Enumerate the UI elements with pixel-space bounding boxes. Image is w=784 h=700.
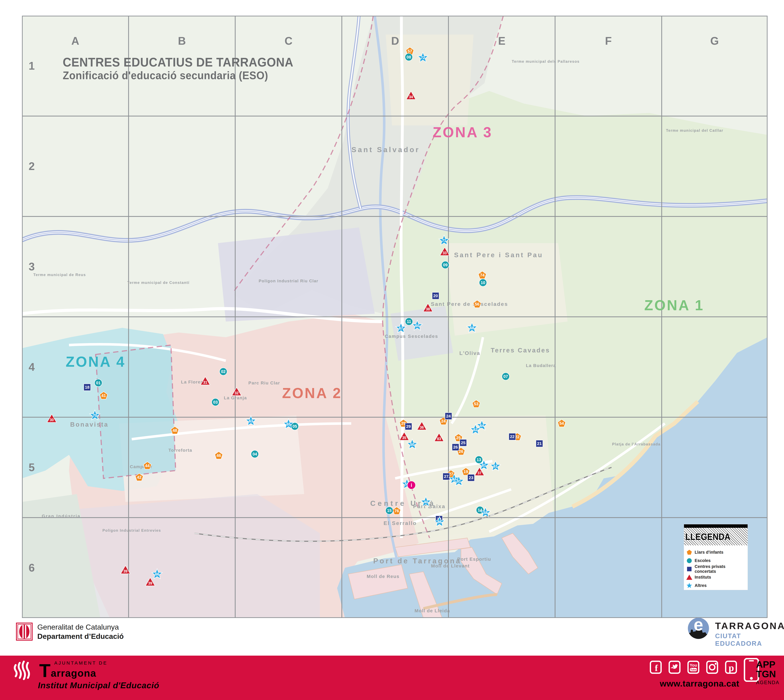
svg-text:20: 20 xyxy=(433,293,438,298)
app-tgn-block: APP TGN AGENDA xyxy=(756,660,779,685)
entrevies-industrial xyxy=(69,494,320,618)
map-label: Polígon Industrial Entrevies xyxy=(102,528,161,532)
legend-item: Altres xyxy=(686,582,747,590)
map-label: Sant Salvador xyxy=(351,145,420,154)
svg-text:21: 21 xyxy=(537,441,542,446)
marker-square-20: 20 xyxy=(432,292,439,299)
svg-text:37: 37 xyxy=(478,471,481,475)
legend-item-label: Centres privats concertats xyxy=(695,564,747,574)
svg-text:56: 56 xyxy=(475,302,479,307)
svg-text:39: 39 xyxy=(123,569,128,573)
ciutat-educadora-logo-icon: e xyxy=(687,617,709,640)
svg-text:26: 26 xyxy=(453,445,458,450)
legend-item: Centres privats concertats xyxy=(686,565,747,573)
legend-items: Llars d'infantsEscolesCentres privats co… xyxy=(684,548,747,590)
youtube-icon: YouTube xyxy=(687,661,700,674)
svg-text:18: 18 xyxy=(85,385,90,390)
svg-text:23: 23 xyxy=(469,475,473,480)
map-label: Moll de Reus xyxy=(366,574,399,579)
map-label: Part Baixa xyxy=(413,503,446,509)
svg-text:30: 30 xyxy=(50,418,54,422)
svg-text:68: 68 xyxy=(470,326,474,330)
svg-text:f: f xyxy=(655,663,658,673)
legend-item-label: Llars d'infants xyxy=(695,550,723,555)
zone-label-zona-3: ZONA 3 xyxy=(433,124,493,140)
svg-text:33: 33 xyxy=(443,251,447,255)
svg-text:08: 08 xyxy=(406,55,411,60)
circle-icon xyxy=(686,558,692,564)
svg-text:50: 50 xyxy=(410,442,414,447)
pinterest-icon: p xyxy=(725,661,737,674)
svg-text:i: i xyxy=(411,482,412,488)
map-label: Moll de Lleida xyxy=(414,608,450,613)
svg-text:31: 31 xyxy=(203,380,207,385)
ajuntament-wordmark: AJUNTAMENT DE Tarragona xyxy=(39,660,108,678)
grid-row-1: 1 xyxy=(29,60,35,72)
svg-text:42: 42 xyxy=(137,475,141,480)
map-label: Gran Indústria xyxy=(42,514,80,518)
marker-circle-10: 10 xyxy=(479,279,487,287)
svg-text:41: 41 xyxy=(102,393,106,398)
map-title-block: CENTRES EDUCATIUS DE TARRAGONA Zonificac… xyxy=(63,55,293,82)
svg-text:65: 65 xyxy=(286,422,291,426)
instagram-icon xyxy=(706,661,719,674)
svg-text:44: 44 xyxy=(145,463,150,468)
map-label: La Granja xyxy=(224,395,247,400)
marker-square-23: 23 xyxy=(468,474,474,481)
svg-text:76: 76 xyxy=(394,508,399,513)
svg-text:02: 02 xyxy=(221,369,226,374)
svg-text:74: 74 xyxy=(480,273,485,277)
map-label: Port Esportiu xyxy=(457,557,491,562)
grid-row-3: 3 xyxy=(29,260,35,273)
legend-item: Escoles xyxy=(686,557,747,565)
generalitat-line1: Generalitat de Catalunya xyxy=(37,623,124,631)
facebook-icon: f xyxy=(649,661,662,674)
svg-text:p: p xyxy=(729,662,734,673)
svg-text:62: 62 xyxy=(473,428,478,432)
legend-item: Llars d'infants xyxy=(686,548,747,557)
marker-circle-15: 15 xyxy=(386,507,393,514)
svg-text:58: 58 xyxy=(483,510,488,515)
grid-row-2: 2 xyxy=(29,160,35,172)
map-area: Sant SalvadorTerme municipal dels Pallar… xyxy=(22,16,767,618)
zone-label-zona-1: ZONA 1 xyxy=(644,297,704,313)
svg-text:71: 71 xyxy=(442,238,446,243)
svg-text:40: 40 xyxy=(424,500,428,504)
star-icon xyxy=(686,583,692,589)
legend: LLEGENDA Llars d'infantsEscolesCentres p… xyxy=(684,524,747,590)
grid-column-F: F xyxy=(605,35,612,47)
grid-column-C: C xyxy=(285,35,293,47)
svg-text:01: 01 xyxy=(96,380,101,385)
zone-label-zona-2: ZONA 2 xyxy=(282,385,342,401)
svg-text:27: 27 xyxy=(444,474,449,479)
zone-label-zona-4: ZONA 4 xyxy=(66,354,126,370)
ciutat-educadora-block: e TARRAGONA CIUTAT EDUCADORA xyxy=(687,617,784,647)
sescelades-campus xyxy=(390,306,453,361)
legend-item-label: Altres xyxy=(695,583,707,588)
marker-square-26: 26 xyxy=(452,444,459,451)
marker-circle-04: 04 xyxy=(251,450,258,458)
pentagon-icon xyxy=(686,549,692,555)
map-label: Terme municipal del Catllar xyxy=(666,128,723,133)
svg-text:70: 70 xyxy=(93,413,97,418)
marker-circle-03: 03 xyxy=(212,398,219,406)
svg-text:53: 53 xyxy=(474,402,479,406)
svg-text:e: e xyxy=(694,617,703,634)
svg-text:63: 63 xyxy=(249,419,253,423)
page-title: CENTRES EDUCATIUS DE TARRAGONA xyxy=(63,55,293,69)
svg-text:81: 81 xyxy=(482,463,486,467)
svg-text:57: 57 xyxy=(408,49,412,53)
grid-column-A: A xyxy=(72,35,79,47)
svg-text:29: 29 xyxy=(406,424,411,429)
marker-circle-13: 13 xyxy=(475,456,483,463)
legend-item-label: Escoles xyxy=(695,558,711,563)
app-line2: TGN xyxy=(756,669,779,679)
svg-text:13: 13 xyxy=(477,457,481,462)
svg-text:83: 83 xyxy=(437,437,441,441)
grid-column-G: G xyxy=(710,35,719,47)
marker-square-27: 27 xyxy=(443,473,450,480)
svg-text:72: 72 xyxy=(421,55,425,60)
map-label: Bonavista xyxy=(70,421,108,428)
generalitat-logo-icon xyxy=(16,622,33,641)
svg-text:09: 09 xyxy=(443,263,448,267)
